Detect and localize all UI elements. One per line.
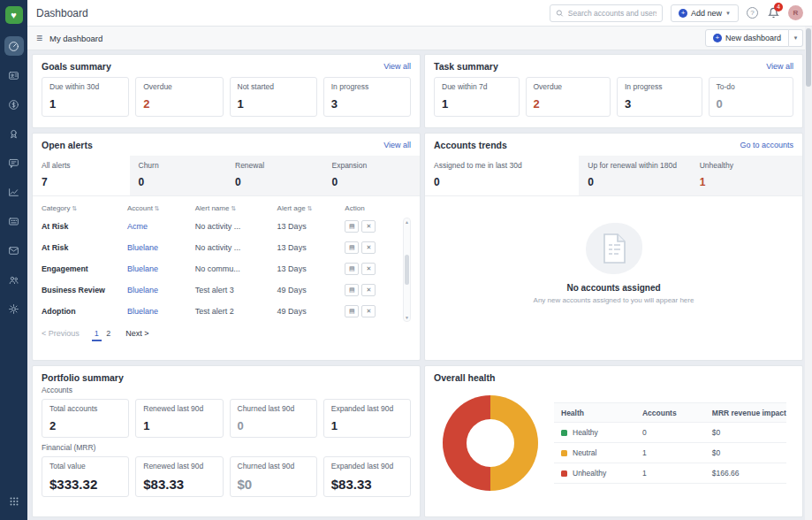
no-accounts-empty-state: No accounts assigned Any new accounts as… xyxy=(434,223,793,304)
page-scrollbar[interactable] xyxy=(805,27,812,520)
account-link[interactable]: Bluelane xyxy=(127,307,195,316)
card-title: Overall health xyxy=(434,372,495,383)
dismiss-alert-button[interactable]: ✕ xyxy=(361,263,376,275)
trends-tab-unhealthy[interactable]: Unhealthy 1 xyxy=(691,156,802,195)
stat-box: Overdue 2 xyxy=(526,77,611,117)
financial-section-label: Financial (MRR) xyxy=(42,443,411,452)
sidebar: ♥ xyxy=(0,0,27,520)
tasks-view-all-link[interactable]: View all xyxy=(766,62,793,71)
unhealthy-swatch xyxy=(561,470,567,477)
stat-box: Total accounts 2 xyxy=(42,399,129,438)
gear-icon xyxy=(8,303,19,315)
sidebar-item-dashboard[interactable] xyxy=(4,36,24,56)
create-task-button[interactable]: ▤ xyxy=(345,241,359,254)
apps-grid-icon xyxy=(9,496,19,507)
sidebar-item-timeline[interactable] xyxy=(4,153,24,172)
create-task-button[interactable]: ▤ xyxy=(345,263,359,275)
table-row: Healthy 0 $0 xyxy=(554,423,786,443)
stat-box: To-do 0 xyxy=(709,77,794,117)
stat-box: Expanded last 90d 1 xyxy=(323,399,411,438)
create-task-button[interactable]: ▤ xyxy=(345,284,359,296)
new-dashboard-menu-button[interactable]: ▼ xyxy=(789,29,803,47)
sidebar-item-email[interactable] xyxy=(4,241,24,260)
table-row: Unhealthy 1 $166.66 xyxy=(554,463,786,484)
sidebar-item-revenue[interactable] xyxy=(4,95,24,114)
create-task-button[interactable]: ▤ xyxy=(345,220,359,233)
sort-icon: ⇅ xyxy=(231,205,236,211)
neutral-swatch xyxy=(561,450,567,456)
task-summary-card: Task summary View all Due within 7d 1 Ov… xyxy=(424,54,803,128)
sidebar-item-accounts[interactable] xyxy=(4,65,24,85)
gauge-icon xyxy=(8,41,19,52)
sidebar-item-apps[interactable] xyxy=(4,492,24,511)
column-header[interactable]: Alert name⇅ xyxy=(195,204,277,212)
stat-box: Expanded last 90d $83.33 xyxy=(323,456,411,497)
trends-tab-assigned[interactable]: Assigned to me in last 30d 0 xyxy=(425,156,579,195)
sidebar-item-trends[interactable] xyxy=(4,182,24,202)
dismiss-alert-button[interactable]: ✕ xyxy=(361,220,376,233)
notifications-button[interactable]: 4 xyxy=(766,6,780,20)
stat-box: Churned last 90d $0 xyxy=(230,456,317,497)
goals-view-all-link[interactable]: View all xyxy=(383,62,411,71)
current-dashboard-name[interactable]: My dashboard xyxy=(49,34,102,43)
alerts-pagination: < Previous 1 2 Next > xyxy=(42,329,411,338)
page-1-button[interactable]: 1 xyxy=(92,327,102,341)
dismiss-alert-button[interactable]: ✕ xyxy=(361,241,376,254)
next-page-button[interactable]: Next > xyxy=(125,329,148,338)
health-donut-chart xyxy=(443,395,538,491)
plus-icon: + xyxy=(679,9,687,18)
page-2-button[interactable]: 2 xyxy=(103,327,113,340)
user-avatar[interactable]: R xyxy=(788,5,803,20)
trends-tab-renewal[interactable]: Up for renewal within 180d 0 xyxy=(579,156,690,195)
stat-box: Renewed last 90d $83.33 xyxy=(135,456,223,497)
scroll-thumb[interactable] xyxy=(405,255,409,285)
scroll-down-icon[interactable]: ▼ xyxy=(405,315,409,320)
previous-page-button[interactable]: < Previous xyxy=(42,329,80,338)
global-search[interactable] xyxy=(550,4,663,22)
app-logo-heart-icon[interactable]: ♥ xyxy=(5,6,23,24)
account-link[interactable]: Bluelane xyxy=(127,286,195,294)
sidebar-item-success[interactable] xyxy=(4,124,24,143)
stat-box: Renewed last 90d 1 xyxy=(135,399,223,438)
search-icon xyxy=(556,9,564,18)
goals-summary-card: Goals summary View all Due within 30d 1 … xyxy=(32,54,421,128)
alerts-tab-renewal[interactable]: Renewal 0 xyxy=(226,156,323,195)
alerts-tab-expansion[interactable]: Expansion 0 xyxy=(323,156,421,195)
table-row: Neutral 1 $0 xyxy=(554,443,786,463)
search-input[interactable] xyxy=(568,9,656,18)
table-scrollbar[interactable]: ▲ ▼ xyxy=(403,218,411,322)
help-icon[interactable]: ? xyxy=(747,7,758,19)
account-link[interactable]: Bluelane xyxy=(127,264,195,273)
create-task-button[interactable]: ▤ xyxy=(345,305,359,317)
account-link[interactable]: Acme xyxy=(127,222,195,231)
new-dashboard-button[interactable]: + New dashboard xyxy=(705,29,789,47)
accounts-section-label: Accounts xyxy=(42,386,411,394)
sidebar-item-settings[interactable] xyxy=(4,299,24,318)
alerts-table: Category⇅ Account⇅ Alert name⇅ Alert age… xyxy=(42,200,411,322)
scroll-up-icon[interactable]: ▲ xyxy=(405,219,409,225)
stat-box: Overdue 2 xyxy=(135,77,223,117)
account-link[interactable]: Bluelane xyxy=(127,243,195,252)
line-chart-icon xyxy=(8,187,19,198)
table-row: Business Review Bluelane Test alert 3 49… xyxy=(42,279,398,301)
column-header[interactable]: Category⇅ xyxy=(42,204,127,212)
column-header[interactable]: Account⇅ xyxy=(127,204,195,212)
notification-badge: 4 xyxy=(774,3,783,11)
table-row: Engagement Bluelane No commu... 13 Days … xyxy=(42,258,398,279)
stat-box: Due within 30d 1 xyxy=(42,77,129,117)
card-title: Task summary xyxy=(434,61,498,72)
dismiss-alert-button[interactable]: ✕ xyxy=(361,284,376,296)
dismiss-alert-button[interactable]: ✕ xyxy=(361,305,376,317)
stat-box: Churned last 90d 0 xyxy=(230,399,317,438)
alerts-tab-churn[interactable]: Churn 0 xyxy=(130,156,227,195)
go-to-accounts-link[interactable]: Go to accounts xyxy=(740,141,793,149)
envelope-icon xyxy=(8,245,19,256)
column-header[interactable]: Alert age⇅ xyxy=(277,204,345,212)
sidebar-item-people[interactable] xyxy=(4,270,24,289)
add-new-button[interactable]: + Add new ▼ xyxy=(671,4,739,22)
sidebar-item-widgets[interactable] xyxy=(4,211,24,231)
alerts-tab-all[interactable]: All alerts 7 xyxy=(33,156,130,195)
alerts-view-all-link[interactable]: View all xyxy=(383,141,411,149)
dashboard-list-icon[interactable]: ≡ xyxy=(36,32,42,44)
scroll-thumb[interactable] xyxy=(806,28,811,87)
